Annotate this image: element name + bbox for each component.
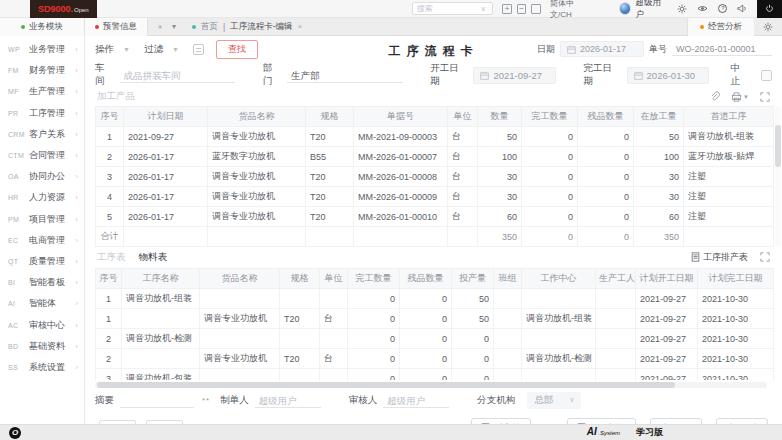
global-search[interactable]: ∨ xyxy=(412,2,494,15)
os-logo-icon: O xyxy=(9,427,21,439)
summary-input[interactable] xyxy=(120,393,194,408)
tab-alert-info[interactable]: 预警信息 xyxy=(85,18,148,36)
table-cell: 50 xyxy=(452,309,494,329)
list-settings-icon[interactable] xyxy=(193,44,204,55)
sidebar-item-pr[interactable]: PR工序管理› xyxy=(0,103,84,124)
sidebar-item-pm[interactable]: PM项目管理› xyxy=(0,209,84,230)
chevron-right-icon: › xyxy=(75,236,78,245)
filter-dropdown[interactable]: 过滤 ▼ xyxy=(144,43,179,56)
start-date-value: 2021-09-27 xyxy=(493,70,542,81)
sidebar-item-ec[interactable]: EC电商管理› xyxy=(0,230,84,251)
language-switcher[interactable]: 简体中文/CH xyxy=(550,0,593,20)
table-cell: 调音专业功放机 xyxy=(208,187,306,207)
start-date-label: 开工日期 xyxy=(430,62,467,88)
tab-business-analysis[interactable]: 经营分析 xyxy=(687,18,754,36)
attachment-icon[interactable] xyxy=(710,91,720,102)
zoom-out-icon[interactable]: − xyxy=(517,4,527,14)
sidebar-item-label: 智能体 xyxy=(29,297,75,310)
operation-dropdown[interactable]: 操作 ▼ xyxy=(95,43,130,56)
sidebar-item-ss[interactable]: SS系统设置› xyxy=(0,357,84,378)
table-cell xyxy=(494,349,522,369)
scrollbar-horizontal[interactable] xyxy=(95,382,767,388)
announcement-icon[interactable] xyxy=(737,4,747,13)
table-row[interactable]: 2调音功放机-检测0002021-09-272021-10-30 xyxy=(96,329,774,349)
close-icon[interactable]: × xyxy=(298,22,303,31)
table-row[interactable]: 42026-01-17调音专业功放机T20MM-2026-01-00009台30… xyxy=(96,187,774,207)
sidebar-item-code: FM xyxy=(8,67,29,74)
sidebar-item-bd[interactable]: BD基础资料› xyxy=(0,336,84,357)
breadcrumb: 首页 | 工序流程卡-编辑 × xyxy=(192,21,302,33)
table-total-row[interactable]: 合计35000350 xyxy=(96,227,774,247)
collapse-tabs-button[interactable]: ▾ xyxy=(172,22,176,31)
table-cell xyxy=(596,309,636,329)
eye-icon[interactable] xyxy=(697,4,708,13)
sidebar-item-fm[interactable]: FM财务管理› xyxy=(0,60,84,81)
chevron-right-icon: › xyxy=(75,321,78,330)
table-cell: 2021-10-30 xyxy=(698,309,774,329)
dept-field[interactable]: 生产部 xyxy=(287,68,403,83)
table-row[interactable]: 12021-09-27调音专业功放机T20MM-2021-09-00003台50… xyxy=(96,127,774,147)
sidebar-item-bi[interactable]: BI智能看板› xyxy=(0,272,84,293)
table-row[interactable]: 3调音功放机-包装0002021-09-272021-10-30 xyxy=(96,369,774,381)
table-row[interactable]: 52026-01-17调音专业功放机T20MM-2026-01-00010台60… xyxy=(96,207,774,227)
gear-icon[interactable] xyxy=(677,4,687,14)
table-cell: 0 xyxy=(348,329,400,349)
search-input[interactable] xyxy=(417,4,481,13)
expand-icon[interactable] xyxy=(760,252,770,262)
end-date-field[interactable]: 2026-01-30 xyxy=(627,67,710,84)
table-row[interactable]: 32026-01-17调音专业功放机T20MM-2026-01-00008台30… xyxy=(96,167,774,187)
sidebar-item-code: CTM xyxy=(8,152,29,159)
find-button[interactable]: 查找 xyxy=(216,40,258,59)
expand-icon[interactable] xyxy=(760,92,770,102)
sidebar-item-oa[interactable]: OA协同办公› xyxy=(0,166,84,187)
sidebar-item-hr[interactable]: HR人力资源› xyxy=(0,187,84,208)
sidebar-item-mf[interactable]: MF生产管理› xyxy=(0,81,84,102)
stop-checkbox[interactable] xyxy=(761,70,772,81)
table-cell xyxy=(280,289,320,309)
maker-label: 制单人 xyxy=(220,394,249,407)
sidebar-item-ac[interactable]: AC审核中心› xyxy=(0,314,84,335)
breadcrumb-home[interactable]: 首页 xyxy=(201,21,218,33)
print-dropdown[interactable]: ▼ xyxy=(731,92,749,102)
help-icon[interactable]: ? xyxy=(718,4,727,13)
table-cell: 2021-10-30 xyxy=(698,289,774,309)
date-field[interactable]: 2026-01-17 xyxy=(560,41,644,57)
tab-process-list[interactable]: 工序表 xyxy=(97,251,126,264)
breadcrumb-active-page[interactable]: 工序流程卡-编辑 xyxy=(230,21,292,33)
doc-no-field[interactable]: WO-2026-01-00001 xyxy=(672,42,772,56)
workshop-field[interactable]: 成品拼装车间 xyxy=(120,68,236,83)
branch-select[interactable]: 总部 ∨ xyxy=(527,392,581,409)
table-row[interactable]: 22026-01-17蓝牙数字功放机B55MM-2026-01-00007台10… xyxy=(96,147,774,167)
table-row[interactable]: 1调音功放机-组装00502021-09-272021-10-30 xyxy=(96,289,774,309)
tab-material-list[interactable]: 物料表 xyxy=(139,251,168,264)
gear-icon[interactable] xyxy=(763,22,773,32)
scrollbar-vertical[interactable] xyxy=(775,106,781,247)
sidebar-item-wp[interactable]: WP业务管理› xyxy=(0,39,84,60)
table-row[interactable]: 1调音专业功放机T20台0050调音功放机-组装2021-09-272021-1… xyxy=(96,309,774,329)
sidebar-item-crm[interactable]: CRM客户关系› xyxy=(0,124,84,145)
sidebar-item-qt[interactable]: QT质量管理› xyxy=(0,251,84,272)
table-cell: 调音功放机-组装 xyxy=(122,289,200,309)
table-cell: 0 xyxy=(348,309,400,329)
process-schedule-button[interactable]: 工序排产表 xyxy=(691,251,748,264)
logo-subtext: Open xyxy=(74,5,89,13)
table-cell: MM-2026-01-00008 xyxy=(354,167,448,187)
start-date-field[interactable]: 2021-09-27 xyxy=(473,67,556,84)
add-tab-button[interactable]: ＋ xyxy=(156,21,164,32)
sidebar-item-code: PM xyxy=(8,216,29,223)
chevron-right-icon: › xyxy=(75,342,78,351)
sidebar-item-label: 生产管理 xyxy=(29,85,75,98)
sidebar-item-ai[interactable]: AI智能体› xyxy=(0,293,84,314)
table-row[interactable]: 2调音专业功放机T20台000调音功放机-检测2021-09-272021-10… xyxy=(96,349,774,369)
chevron-down-icon[interactable]: ∨ xyxy=(481,5,486,13)
brand-system: .System xyxy=(597,430,620,436)
sidebar-item-ctm[interactable]: CTM合同管理› xyxy=(0,145,84,166)
table-cell xyxy=(200,369,280,381)
logout-power-button[interactable] xyxy=(757,0,782,18)
avatar[interactable] xyxy=(619,2,631,15)
tab-business-modules[interactable]: 业务模块 xyxy=(0,18,85,36)
table-cell: 调音专业功放机 xyxy=(208,167,306,187)
sidebar-item-label: 人力资源 xyxy=(29,191,75,204)
zoom-in-icon[interactable]: + xyxy=(502,4,512,14)
fullscreen-icon[interactable] xyxy=(531,4,541,14)
